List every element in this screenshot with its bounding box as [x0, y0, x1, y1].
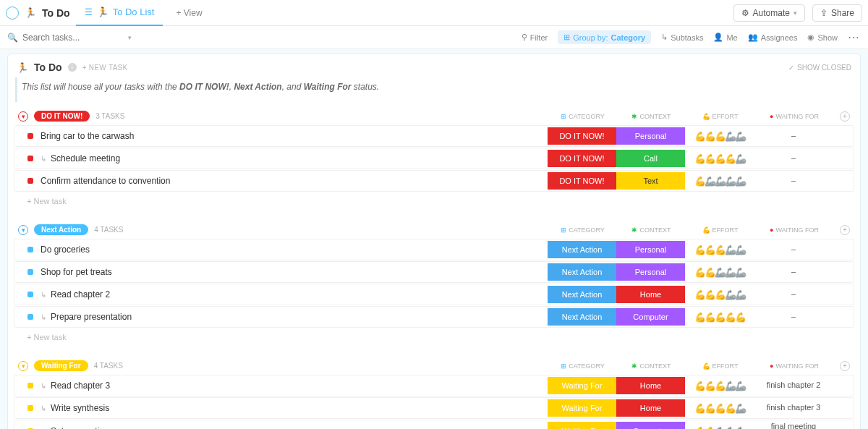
task-row[interactable]: Shop for pet treats Next Action Personal… — [14, 261, 854, 283]
tab-todo-list[interactable]: ☰ 🏃 To Do List — [76, 0, 163, 26]
group-pill[interactable]: DO IT NOW! — [34, 111, 90, 122]
collapse-icon[interactable]: ▾ — [18, 361, 28, 371]
col-category[interactable]: ⊞ CATEGORY — [548, 362, 617, 370]
task-row[interactable]: ↳ Prepare presentation Next Action Compu… — [14, 306, 854, 328]
filter-button[interactable]: ⚲Filter — [522, 33, 548, 42]
task-row[interactable]: ↳ Write synthesis Waiting For Home 💪💪💪💪🦾… — [14, 397, 854, 419]
waiting-value[interactable]: – — [754, 312, 833, 321]
effort-value[interactable]: 💪🦾🦾🦾🦾 — [685, 176, 754, 187]
effort-value[interactable]: 💪💪💪💪🦾 — [685, 153, 754, 164]
context-badge[interactable]: Computer — [616, 308, 685, 326]
col-waiting[interactable]: ● WAITING FOR — [754, 113, 834, 120]
add-column-button[interactable]: + — [840, 361, 850, 371]
task-row[interactable]: ↳ Schedule meeting DO IT NOW! Call 💪💪💪💪🦾… — [14, 148, 854, 169]
automate-button[interactable]: ⚙ Automate ▾ — [733, 4, 805, 22]
waiting-value[interactable]: – — [754, 267, 833, 276]
task-row[interactable]: ↳ Set up meeting Waiting For Computer 💪💪… — [14, 420, 854, 429]
waiting-value[interactable]: – — [754, 245, 833, 254]
context-badge[interactable]: Home — [616, 399, 685, 417]
category-badge[interactable]: Waiting For — [548, 377, 616, 394]
category-badge[interactable]: Waiting For — [548, 399, 616, 417]
context-badge[interactable]: Home — [616, 377, 685, 394]
status-square[interactable] — [27, 269, 33, 275]
task-row[interactable]: Confirm attendance to convention DO IT N… — [14, 170, 854, 192]
status-square[interactable] — [27, 383, 33, 388]
context-badge[interactable]: Home — [616, 286, 685, 303]
waiting-value[interactable]: – — [754, 153, 833, 163]
search-box[interactable]: 🔍 ▾ — [7, 33, 132, 43]
waiting-value[interactable]: – — [754, 131, 833, 140]
category-badge[interactable]: DO IT NOW! — [548, 172, 616, 190]
status-square[interactable] — [27, 178, 33, 184]
task-name[interactable]: Do groceries — [41, 245, 548, 255]
status-square[interactable] — [27, 247, 33, 252]
task-name[interactable]: Shop for pet treats — [41, 267, 548, 277]
effort-value[interactable]: 💪💪🦾🦾🦾 — [685, 267, 754, 278]
add-column-button[interactable]: + — [840, 111, 850, 122]
task-name[interactable]: Confirm attendance to convention — [41, 176, 548, 186]
status-square[interactable] — [27, 133, 33, 139]
assignees-button[interactable]: 👥Assignees — [748, 33, 798, 42]
more-icon[interactable]: ⋯ — [848, 30, 861, 44]
col-effort[interactable]: 💪 EFFORT — [686, 113, 754, 120]
task-name[interactable]: Set up meeting — [51, 426, 548, 429]
category-badge[interactable]: Waiting For — [548, 422, 616, 429]
context-badge[interactable]: Text — [616, 172, 685, 190]
task-name[interactable]: Schedule meeting — [51, 153, 548, 163]
category-badge[interactable]: Next Action — [548, 263, 616, 281]
col-category[interactable]: ⊞ CATEGORY — [548, 113, 617, 120]
status-square[interactable] — [27, 156, 33, 161]
context-badge[interactable]: Call — [616, 150, 685, 167]
show-closed-button[interactable]: ✓SHOW CLOSED — [788, 64, 851, 72]
collapse-icon[interactable]: ▾ — [18, 225, 28, 235]
new-task-button[interactable]: + NEW TASK — [82, 64, 128, 72]
share-button[interactable]: ⇪ Share — [812, 4, 862, 22]
task-name[interactable]: Write synthesis — [51, 403, 548, 413]
status-square[interactable] — [27, 292, 33, 297]
brand-icon[interactable] — [6, 7, 19, 20]
group-pill[interactable]: Waiting For — [34, 360, 88, 371]
waiting-value[interactable]: final meeting schedule and … — [754, 422, 833, 429]
group-pill[interactable]: Next Action — [34, 224, 88, 235]
effort-value[interactable]: 💪💪💪💪💪 — [685, 312, 754, 323]
show-button[interactable]: ◉Show — [807, 33, 838, 42]
context-badge[interactable]: Personal — [616, 127, 685, 145]
add-view-button[interactable]: + View — [169, 8, 209, 18]
me-button[interactable]: 👤Me — [713, 33, 737, 42]
task-row[interactable]: Do groceries Next Action Personal 💪💪💪🦾🦾 … — [14, 239, 854, 260]
context-badge[interactable]: Personal — [616, 263, 685, 281]
col-effort[interactable]: 💪 EFFORT — [686, 226, 754, 234]
search-input[interactable] — [22, 33, 124, 43]
subtasks-button[interactable]: ↳Subtasks — [661, 33, 703, 42]
col-context[interactable]: ✱ CONTEXT — [617, 226, 686, 234]
chevron-down-icon[interactable]: ▾ — [128, 34, 132, 41]
task-name[interactable]: Read chapter 3 — [51, 381, 548, 391]
col-context[interactable]: ✱ CONTEXT — [617, 362, 686, 370]
info-icon[interactable]: i — [68, 63, 77, 72]
col-context[interactable]: ✱ CONTEXT — [617, 113, 686, 120]
effort-value[interactable]: 💪💪💪🦾🦾 — [685, 245, 754, 255]
new-task-row[interactable]: + New task — [14, 192, 854, 210]
category-badge[interactable]: Next Action — [548, 286, 616, 303]
effort-value[interactable]: 💪💪💪🦾🦾 — [685, 289, 754, 300]
group-by-button[interactable]: ⊞Group by: Category — [558, 30, 651, 44]
col-waiting[interactable]: ● WAITING FOR — [754, 226, 834, 234]
waiting-value[interactable]: finish chapter 2 — [754, 381, 833, 390]
waiting-value[interactable]: – — [754, 176, 833, 185]
effort-value[interactable]: 💪💪🦾🦾🦾 — [685, 426, 754, 429]
task-row[interactable]: ↳ Read chapter 2 Next Action Home 💪💪💪🦾🦾 … — [14, 284, 854, 305]
category-badge[interactable]: DO IT NOW! — [548, 127, 616, 145]
new-task-row[interactable]: + New task — [14, 328, 854, 346]
effort-value[interactable]: 💪💪💪🦾🦾 — [685, 131, 754, 142]
waiting-value[interactable]: – — [754, 289, 833, 299]
task-row[interactable]: Bring car to the carwash DO IT NOW! Pers… — [14, 125, 854, 147]
add-column-button[interactable]: + — [840, 225, 850, 235]
effort-value[interactable]: 💪💪💪💪🦾 — [685, 403, 754, 414]
status-square[interactable] — [27, 405, 33, 411]
context-badge[interactable]: Personal — [616, 241, 685, 258]
waiting-value[interactable]: finish chapter 3 — [754, 403, 833, 412]
task-name[interactable]: Read chapter 2 — [51, 289, 548, 300]
col-waiting[interactable]: ● WAITING FOR — [754, 362, 834, 370]
category-badge[interactable]: Next Action — [548, 241, 616, 258]
status-square[interactable] — [27, 314, 33, 320]
